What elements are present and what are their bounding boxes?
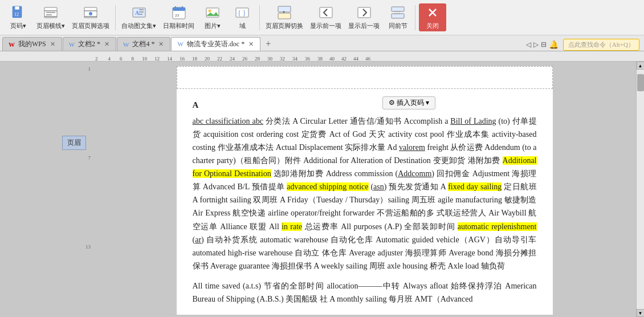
content-paragraph-1: abc classificiation abc 分类法 A Circular L…: [193, 115, 537, 273]
section-title-a: A: [193, 98, 537, 112]
svg-rect-1: [15, 6, 19, 10]
show-next-label: 显示后一项: [348, 22, 380, 30]
scroll-thumb[interactable]: [637, 74, 644, 91]
page-label[interactable]: 页眉: [62, 136, 86, 150]
separator-3: [415, 5, 415, 30]
auto-figure-label: 自动图文集▾: [121, 22, 156, 30]
header-box[interactable]: ⚙ 插入页码 ▾: [177, 66, 553, 89]
tab-logistics[interactable]: W 物流专业英语.doc * ✕: [171, 37, 260, 51]
datetime-button[interactable]: 23 日期和时间: [161, 3, 197, 31]
tab-wps-close[interactable]: ✕: [50, 40, 56, 48]
doc-area: ⚙ 插入页码 ▾ A abc classificiation abc 分类法 A…: [93, 62, 636, 317]
scroll-up-button[interactable]: ▲: [637, 62, 645, 70]
svg-text:23: 23: [175, 13, 180, 18]
tab-doc4-label: 文档4 *: [132, 39, 154, 49]
wps-icon: W: [9, 41, 15, 48]
svg-rect-31: [392, 14, 404, 18]
search-bar[interactable]: 点此查找命令（Alt+Q）: [563, 39, 639, 51]
insert-bar-label: ⚙ 插入页码 ▾: [389, 98, 429, 108]
same-prev-label: 同前节: [389, 22, 407, 30]
ruler: 2 4 6 8 10 12 14 16 18 20 22 24 26 28 30…: [0, 51, 644, 62]
header-footer-opt-label: 页眉页脚选项: [72, 22, 109, 30]
margin-num-9: [85, 180, 92, 195]
tab-action-right[interactable]: ▷: [533, 40, 539, 49]
svg-rect-18: [173, 7, 185, 11]
margin-num-2: [85, 76, 92, 91]
tab-doc2-close[interactable]: ✕: [104, 40, 110, 48]
margin-num-6: [85, 136, 92, 151]
scroll-down-button[interactable]: ▼: [637, 309, 645, 317]
margin-num-1: 1: [85, 62, 92, 76]
margin-num-12: [85, 225, 92, 239]
tab-bar: W 我的WPS ✕ W 文档2 * ✕ W 文档4 * ✕ W 物流专业英语.d…: [0, 35, 644, 51]
svg-rect-30: [392, 7, 404, 11]
tab-doc2-label: 文档2 *: [78, 39, 100, 49]
auto-figure-button[interactable]: A 自动图文集▾: [119, 3, 158, 31]
separator-1: [115, 5, 116, 30]
notification-icon[interactable]: 🔔: [549, 40, 559, 50]
tab-doc2[interactable]: W 文档2 * ✕: [63, 37, 116, 51]
new-tab-button[interactable]: +: [261, 37, 275, 51]
doc4-icon: W: [123, 41, 129, 48]
tab-doc4[interactable]: W 文档4 * ✕: [117, 37, 170, 51]
header-footer-switch-label: 页眉页脚切换: [266, 22, 303, 30]
content-paragraph-2: All time saved (a.t.s) 节省的全部时间 allocatio…: [193, 279, 537, 306]
margin-num-10: [85, 195, 92, 210]
image-label: 图片▾: [205, 22, 221, 30]
tab-wps-label: 我的WPS: [18, 39, 46, 49]
right-scrollbar: ▲ ▼: [636, 62, 644, 317]
tab-actions: ◁ ▷ ⊟ 🔔 点此查找命令（Alt+Q）: [526, 39, 644, 51]
svg-rect-7: [46, 14, 52, 15]
margin-num-13: 13: [85, 239, 92, 254]
margin-num-11: [85, 210, 92, 225]
margin-num-4: [85, 106, 92, 121]
show-prev-button[interactable]: 显示前一项: [308, 3, 344, 31]
margin-num-14: [85, 254, 92, 269]
header-footer-switch-button[interactable]: 页眉页脚切换: [263, 3, 305, 31]
show-prev-label: 显示前一项: [310, 22, 341, 30]
margin-numbers: 1 7 13: [85, 62, 92, 284]
margin-num-8: [85, 165, 92, 180]
show-next-button[interactable]: 显示后一项: [346, 3, 382, 31]
close-label: 关闭: [426, 22, 439, 30]
svg-point-11: [89, 12, 92, 15]
header-footer-line-label: 页眉横线▾: [36, 22, 65, 30]
svg-rect-28: [320, 7, 332, 18]
page-num-label: 页码▾: [10, 22, 26, 30]
insert-barcode-button[interactable]: ⚙ 插入页码 ▾: [382, 96, 435, 109]
margin-num-7: 7: [85, 151, 92, 165]
svg-rect-27: [278, 13, 291, 19]
left-panel: 1 7 13 页眉: [0, 62, 93, 317]
header-footer-opt-button[interactable]: 页眉页脚选项: [70, 3, 112, 31]
svg-rect-29: [358, 7, 370, 18]
svg-point-23: [209, 10, 211, 13]
same-prev-button[interactable]: 同前节: [384, 3, 411, 31]
main-toolbar: 12 页码▾ 页眉横线▾ 页眉页脚选项 A 自动图文集: [0, 0, 644, 35]
svg-text:{ }: { }: [238, 9, 246, 17]
svg-text:A: A: [135, 10, 140, 16]
page-content: A abc classificiation abc 分类法 A Circular…: [177, 89, 553, 315]
margin-num-5: [85, 121, 92, 136]
tab-action-left[interactable]: ◁: [526, 40, 531, 49]
header-footer-line-button[interactable]: 页眉横线▾: [34, 3, 67, 31]
close-button[interactable]: 关闭: [419, 3, 446, 31]
page-num-button[interactable]: 12 页码▾: [5, 3, 32, 31]
main-area: 1 7 13 页眉 ⚙ 插入页码 ▾: [0, 62, 644, 317]
svg-rect-6: [46, 12, 55, 13]
tab-doc4-close[interactable]: ✕: [158, 40, 164, 48]
separator-2: [259, 5, 260, 30]
field-button[interactable]: { } 域: [229, 3, 256, 31]
tab-action-list[interactable]: ⊟: [541, 40, 547, 49]
scroll-track[interactable]: [637, 70, 645, 309]
margin-num-15: [85, 269, 92, 284]
svg-text:12: 12: [14, 12, 19, 17]
image-button[interactable]: 图片▾: [199, 3, 226, 31]
datetime-label: 日期和时间: [163, 22, 194, 30]
tab-wps[interactable]: W 我的WPS ✕: [2, 37, 62, 51]
margin-num-3: [85, 91, 92, 106]
tab-logistics-label: 物流专业英语.doc *: [187, 39, 244, 49]
doc2-icon: W: [69, 41, 75, 48]
tab-logistics-close[interactable]: ✕: [248, 40, 254, 48]
field-label: 域: [239, 22, 246, 30]
logistics-icon: W: [177, 40, 183, 47]
